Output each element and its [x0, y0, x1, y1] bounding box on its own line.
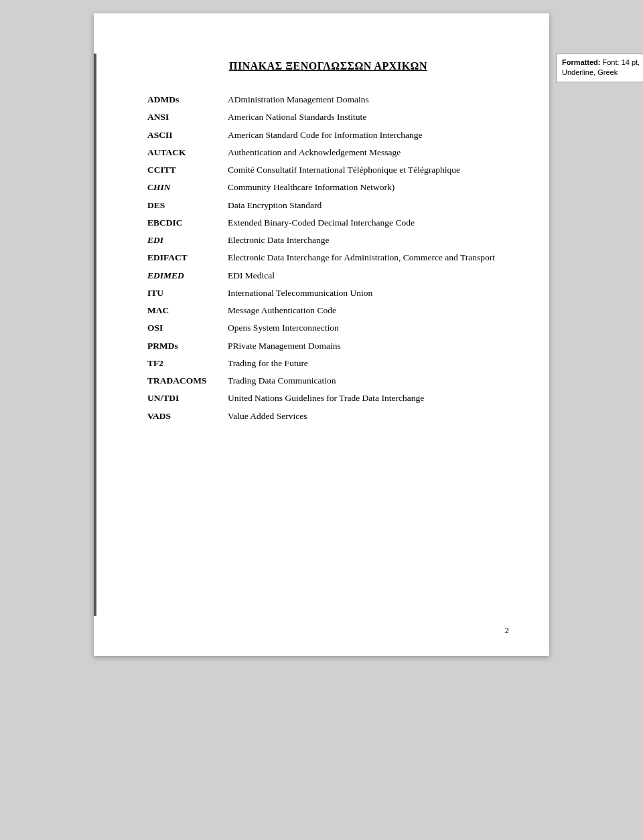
abbreviation-definition: Opens System Interconnection [228, 319, 509, 337]
abbreviation-term: ADMDs [147, 91, 228, 108]
abbreviation-definition: ADministration Management Domains [228, 91, 509, 108]
abbreviation-definition: Value Added Services [228, 408, 509, 425]
table-row: ADMDsADministration Management Domains [147, 91, 509, 108]
formatted-callout: Formatted: Font: 14 pt, Underline, Greek [556, 54, 643, 82]
abbreviation-term: UN/TDI [147, 390, 228, 407]
table-row: PRMDsPRivate Management Domains [147, 337, 509, 355]
abbreviation-term: MAC [147, 302, 228, 319]
abbreviation-definition: Message Authentication Code [228, 302, 509, 319]
abbreviation-term: EDI [147, 232, 228, 249]
abbreviation-term: PRMDs [147, 337, 228, 355]
table-row: EBCDICExtended Binary-Coded Decimal Inte… [147, 214, 509, 232]
table-row: EDIMEDEDI Medical [147, 267, 509, 284]
table-row: EDIFACTElectronic Data Interchange for A… [147, 249, 509, 266]
left-border-decoration [94, 54, 96, 616]
abbreviation-definition: Trading for the Future [228, 355, 509, 372]
table-row: ASCIIAmerican Standard Code for Informat… [147, 127, 509, 144]
abbreviation-definition: Trading Data Communication [228, 372, 509, 390]
abbreviation-term: CHIN [147, 179, 228, 196]
table-row: OSIOpens System Interconnection [147, 319, 509, 337]
table-row: TRADACOMSTrading Data Communication [147, 372, 509, 390]
abbreviation-term: EDIFACT [147, 249, 228, 266]
abbreviation-definition: United Nations Guidelines for Trade Data… [228, 390, 509, 407]
document-page: Formatted: Font: 14 pt, Underline, Greek… [94, 13, 549, 656]
abbreviation-definition: PRivate Management Domains [228, 337, 509, 355]
abbreviation-definition: Authentication and Acknowledgement Messa… [228, 144, 509, 161]
abbreviation-term: CCITT [147, 161, 228, 179]
table-row: VADSValue Added Services [147, 408, 509, 425]
abbreviation-definition: Data Encryption Standard [228, 197, 509, 214]
abbreviation-term: EDIMED [147, 267, 228, 284]
table-row: AUTACKAuthentication and Acknowledgement… [147, 144, 509, 161]
abbreviation-definition: Community Healthcare Information Network… [228, 179, 509, 196]
abbreviations-table: ADMDsADministration Management DomainsAN… [147, 91, 509, 425]
abbreviation-term: AUTACK [147, 144, 228, 161]
abbreviation-definition: American Standard Code for Information I… [228, 127, 509, 144]
table-row: CCITTComité Consultatif International Té… [147, 161, 509, 179]
abbreviation-term: DES [147, 197, 228, 214]
abbreviation-definition: EDI Medical [228, 267, 509, 284]
abbreviation-term: ASCII [147, 127, 228, 144]
abbreviation-term: ANSI [147, 108, 228, 126]
abbreviation-term: ITU [147, 284, 228, 302]
abbreviation-term: TRADACOMS [147, 372, 228, 390]
table-row: ANSIAmerican National Standards Institut… [147, 108, 509, 126]
table-row: MACMessage Authentication Code [147, 302, 509, 319]
abbreviation-definition: Comité Consultatif International Télépho… [228, 161, 509, 179]
abbreviation-term: OSI [147, 319, 228, 337]
abbreviation-definition: International Telecommunication Union [228, 284, 509, 302]
page-title: ΠΙΝΑΚΑΣ ΞΕΝΟΓΛΩΣΣΩΝ ΑΡΧΙΚΩΝ [147, 60, 509, 72]
table-row: ITUInternational Telecommunication Union [147, 284, 509, 302]
table-row: DESData Encryption Standard [147, 197, 509, 214]
abbreviation-term: TF2 [147, 355, 228, 372]
table-row: CHINCommunity Healthcare Information Net… [147, 179, 509, 196]
table-row: UN/TDIUnited Nations Guidelines for Trad… [147, 390, 509, 407]
abbreviation-definition: Electronic Data Interchange for Administ… [228, 249, 509, 266]
abbreviation-definition: American National Standards Institute [228, 108, 509, 126]
page-number: 2 [505, 625, 510, 636]
abbreviation-term: VADS [147, 408, 228, 425]
abbreviation-term: EBCDIC [147, 214, 228, 232]
table-row: EDIElectronic Data Interchange [147, 232, 509, 249]
table-row: TF2Trading for the Future [147, 355, 509, 372]
callout-label: Formatted: [562, 58, 600, 66]
abbreviation-definition: Extended Binary-Coded Decimal Interchang… [228, 214, 509, 232]
abbreviation-definition: Electronic Data Interchange [228, 232, 509, 249]
